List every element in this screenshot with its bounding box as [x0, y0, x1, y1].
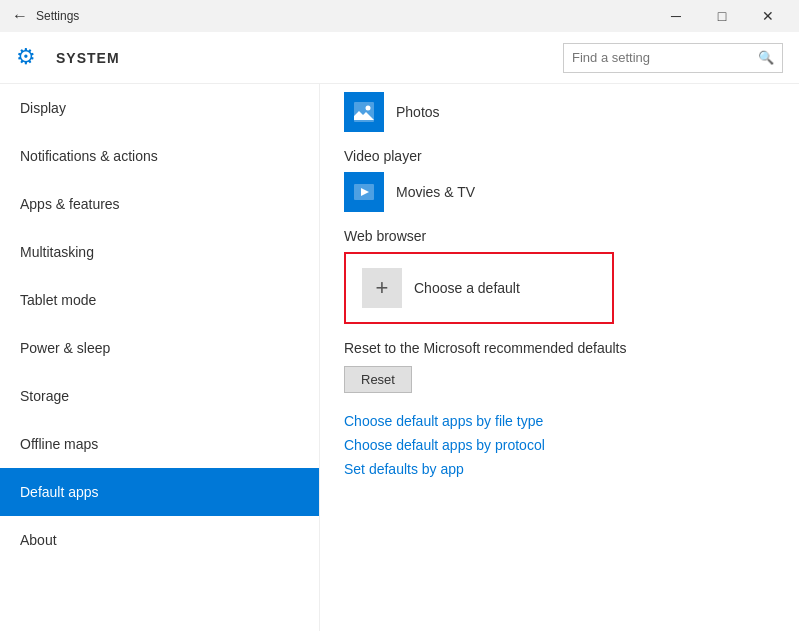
app-container: ⚙ SYSTEM 🔍 Display Notifications & actio… — [0, 32, 799, 631]
search-icon: 🔍 — [758, 50, 774, 65]
maximize-button[interactable]: □ — [699, 0, 745, 32]
video-player-section-label: Video player — [344, 148, 775, 164]
reset-label: Reset to the Microsoft recommended defau… — [344, 340, 775, 356]
minimize-button[interactable]: ─ — [653, 0, 699, 32]
sidebar-item-maps[interactable]: Offline maps — [0, 420, 319, 468]
app-title: SYSTEM — [56, 50, 563, 66]
sidebar: Display Notifications & actions Apps & f… — [0, 84, 320, 631]
photos-entry: Photos — [344, 92, 775, 132]
window-controls: ─ □ ✕ — [653, 0, 791, 32]
movies-icon-box — [344, 172, 384, 212]
window-title: Settings — [36, 9, 653, 23]
app-header: ⚙ SYSTEM 🔍 — [0, 32, 799, 84]
sidebar-item-notifications[interactable]: Notifications & actions — [0, 132, 319, 180]
sidebar-item-about[interactable]: About — [0, 516, 319, 564]
search-box[interactable]: 🔍 — [563, 43, 783, 73]
web-browser-section-label: Web browser — [344, 228, 775, 244]
link-protocol[interactable]: Choose default apps by protocol — [344, 437, 775, 453]
sidebar-item-default-apps[interactable]: Default apps — [0, 468, 319, 516]
svg-point-1 — [366, 106, 371, 111]
title-bar: ← Settings ─ □ ✕ — [0, 0, 799, 32]
sidebar-item-storage[interactable]: Storage — [0, 372, 319, 420]
system-icon: ⚙ — [16, 44, 44, 72]
sidebar-item-multitasking[interactable]: Multitasking — [0, 228, 319, 276]
photos-label: Photos — [396, 104, 440, 120]
back-button[interactable]: ← — [8, 4, 32, 28]
close-button[interactable]: ✕ — [745, 0, 791, 32]
sidebar-item-tablet[interactable]: Tablet mode — [0, 276, 319, 324]
movies-label: Movies & TV — [396, 184, 475, 200]
photos-icon — [352, 100, 376, 124]
movies-entry: Movies & TV — [344, 172, 775, 212]
sidebar-item-display[interactable]: Display — [0, 84, 319, 132]
plus-icon-box: + — [362, 268, 402, 308]
sidebar-item-power[interactable]: Power & sleep — [0, 324, 319, 372]
photos-icon-box — [344, 92, 384, 132]
link-file-type[interactable]: Choose default apps by file type — [344, 413, 775, 429]
choose-default-box[interactable]: + Choose a default — [344, 252, 614, 324]
plus-icon: + — [376, 277, 389, 299]
sidebar-item-apps[interactable]: Apps & features — [0, 180, 319, 228]
link-set-defaults[interactable]: Set defaults by app — [344, 461, 775, 477]
movies-icon — [352, 180, 376, 204]
search-input[interactable] — [572, 50, 758, 65]
reset-button[interactable]: Reset — [344, 366, 412, 393]
choose-default-text: Choose a default — [414, 280, 520, 296]
main-content: Photos Video player Movies & TV Web brow… — [320, 84, 799, 631]
